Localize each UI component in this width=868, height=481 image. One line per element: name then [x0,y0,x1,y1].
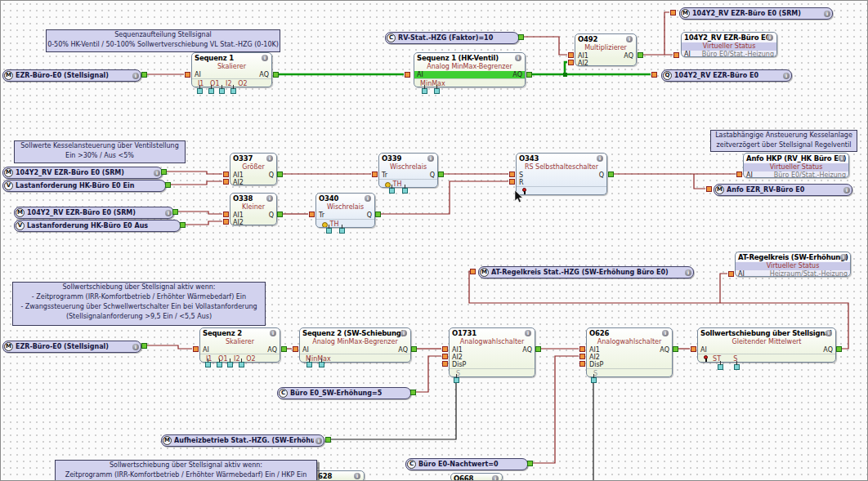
param-pin[interactable] [239,362,244,367]
param-pin[interactable] [217,362,222,367]
input-connector[interactable] [223,171,229,177]
info-icon[interactable]: i [266,195,273,202]
input-connector[interactable] [223,212,229,217]
output-pin[interactable] [638,52,643,58]
param-pin[interactable] [389,188,395,194]
info-icon[interactable]: i [262,55,268,61]
output-pin[interactable] [535,346,541,352]
info-icon[interactable]: i [266,155,273,162]
input-connector[interactable] [223,219,229,225]
info-icon[interactable]: i [824,11,830,17]
output-pin[interactable] [526,72,532,78]
info-icon[interactable]: i [597,155,603,162]
input-connector[interactable] [223,179,229,185]
info-icon[interactable]: i [132,73,139,79]
input-connector[interactable] [579,346,585,352]
param-pin[interactable] [326,228,332,234]
info-icon[interactable]: i [315,438,322,444]
output-pin[interactable] [172,209,178,215]
block-104y2-rv-ezr-b-ro-e0[interactable]: 104Y2_RV EZR-Büro E0iVirtueller StatusAI… [681,32,777,57]
signal-label-104y2-rv-ezr-b-ro-e0-srm[interactable]: M104Y2_RV EZR-Büro E0 (SRM)i [2,167,163,179]
info-icon[interactable]: i [400,330,407,336]
output-pin[interactable] [527,461,533,466]
block-anfo-hkp-rv-hk-b-ro-e0[interactable]: Anfo HKP (RV_HK Büro E0)iVirtueller Stat… [743,153,849,178]
signal-label-at-regelkreis-stat-hzg-sw-erh-hung-b-ro-[interactable]: MAT-Regelkreis Stat.-HZG (SW-Erhöhung Bü… [478,266,694,278]
input-connector[interactable] [193,346,199,352]
block-o1731[interactable]: O1731iAnalogwahlschalterAI1AQAI2DisPS [449,327,535,377]
info-icon[interactable]: i [839,155,845,162]
param-pin[interactable] [718,364,723,370]
block-sequenz-2-sw-schiebung[interactable]: Sequenz 2 (SW-Schiebung)iAnalog MinMax-B… [299,327,411,363]
block-o343[interactable]: O343iRS SelbsthalteschalterSQR [516,153,607,195]
output-pin[interactable] [180,222,186,228]
output-pin[interactable] [325,437,331,443]
input-connector[interactable] [568,60,574,65]
param-pin[interactable] [197,88,203,94]
info-icon[interactable]: i [662,330,669,336]
param-pin[interactable] [454,377,459,383]
input-connector[interactable] [185,72,190,78]
signal-label-104y2-rv-ezr-b-ro-e0-srm[interactable]: M104Y2_RV EZR-Büro E0 (SRM)i [14,207,174,219]
signal-label-lastanforderung-hk-b-ro-e0-ein[interactable]: VLastanforderung HK-Büro E0 Ein [2,180,166,192]
wire[interactable] [416,356,441,392]
annotation-box[interactable]: Sollwertschiebung über Stellsignal aktiv… [12,282,266,326]
signal-label-anfo-ezr-rv-b-ro-e0[interactable]: MAnfo EZR_RV-Büro E0i [714,184,852,196]
signal-label-b-ro-e0-sw-erh-hung-5[interactable]: CBüro E0_SW-Erhöhung=5 [277,387,411,399]
block-o338[interactable]: O338iKleinerAI1QAI2 [230,193,277,225]
output-pin[interactable] [277,171,283,177]
param-pin[interactable] [402,188,408,194]
block-o492[interactable]: O492iMultipliziererAI1AQAI2 [575,33,637,66]
param-pin[interactable] [227,362,233,367]
wire[interactable] [147,345,192,349]
input-connector[interactable] [470,269,476,274]
input-connector[interactable] [728,271,734,277]
annotation-box[interactable]: Sollwertschiebung über Stellsignal aktiv… [55,460,317,481]
signal-label-104y2-rv-ezr-b-ro-e0[interactable]: Q104Y2_RV EZR-Büro E0i [661,69,792,82]
block-sequenz-1-hk-ventil[interactable]: Sequenz 1 (HK-Ventil)iAnalog MinMax-Begr… [414,52,526,87]
param-pin[interactable] [319,362,324,367]
block-o626[interactable]: O626iAnalogwahlschalterAI1AQAI2DisPS [586,327,673,377]
output-pin[interactable] [836,346,842,352]
info-icon[interactable]: i [685,269,691,276]
input-connector[interactable] [736,171,742,177]
wire[interactable] [694,174,705,189]
param-pin[interactable] [306,362,312,367]
param-pin[interactable] [205,362,211,367]
input-connector[interactable] [509,171,515,177]
output-pin[interactable] [375,212,381,217]
info-icon[interactable]: i [427,155,434,162]
info-icon[interactable]: i [825,330,832,336]
info-icon[interactable]: i [525,330,531,336]
param-pin[interactable] [219,88,225,94]
input-connector[interactable] [293,346,298,352]
output-pin[interactable] [410,390,416,395]
wire[interactable] [167,171,222,174]
wire[interactable] [720,274,727,303]
block-sollwertschiebung-ber-stellsignal[interactable]: Sollwertschiebung über StellsignaliGleit… [697,327,836,363]
info-icon[interactable]: i [626,36,633,42]
input-connector[interactable] [706,186,712,192]
signal-label-b-ro-e0-nachtwert-0[interactable]: CBüro E0-Nachtwert=0 [405,458,528,470]
info-icon[interactable]: i [840,254,847,261]
param-pin[interactable] [230,88,236,94]
input-connector[interactable] [442,346,448,352]
input-connector[interactable] [372,171,378,177]
input-connector[interactable] [651,72,657,78]
annotation-box[interactable]: Sollwerte Kesselansteuerung über Ventils… [14,140,186,163]
output-pin[interactable] [165,182,171,188]
output-pin[interactable] [277,212,283,217]
info-icon[interactable]: i [165,210,172,216]
param-pin[interactable] [339,228,345,234]
block-sequenz-1[interactable]: Sequenz 1iSkaliererAIAQI1 O1 I2 O2 [191,52,272,87]
output-pin[interactable] [438,171,444,177]
wire[interactable] [178,212,222,214]
param-pin[interactable] [434,88,440,94]
output-pin[interactable] [518,34,524,40]
block-o340[interactable]: O340iWischrelaisTrQ TH [315,193,375,228]
signal-label-104y2-rv-ezr-b-ro-e0-srm[interactable]: M104Y2_RV EZR-Büro E0 (SRM)i [679,7,833,20]
info-icon[interactable]: i [154,170,160,176]
signal-label-ezr-b-ro-e0-stellsignal[interactable]: MEZR-Büro-E0 (Stellsignal)i [2,69,141,82]
info-icon[interactable]: i [492,475,499,481]
input-connector[interactable] [579,354,585,359]
param-pin[interactable] [422,88,427,94]
